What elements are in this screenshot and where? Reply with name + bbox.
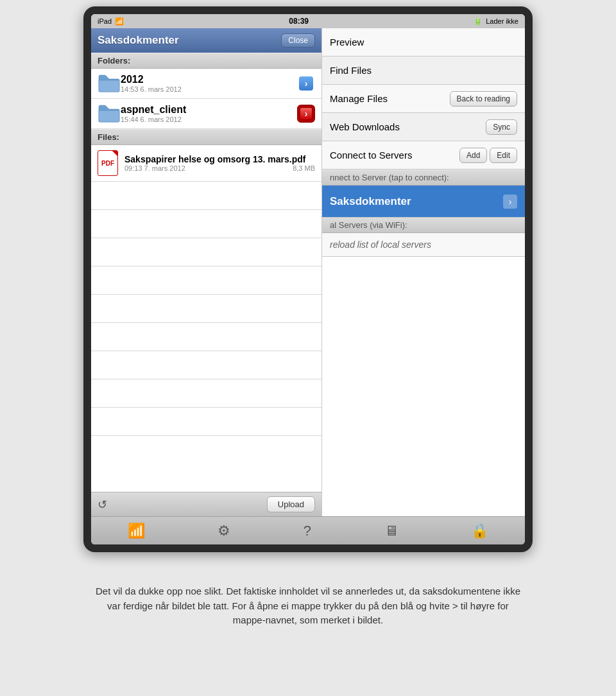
folder-date: 15:44 6. mars 2012 (121, 116, 297, 123)
help-toolbar-icon[interactable]: ? (304, 523, 311, 539)
ipad-frame: iPad 📶 08:39 🔋 Lader ikke Saksdokmenter … (83, 6, 533, 552)
preview-row: Preview (322, 28, 525, 57)
panel-header: Saksdokmenter Close (91, 28, 321, 53)
empty-row (91, 351, 321, 379)
server-item[interactable]: Saksdokmenter › (322, 186, 525, 218)
bottom-text-line2: var ferdige når bildet ble tatt. For å å… (96, 599, 520, 614)
bottom-text-line1: Det vil da dukke opp noe slikt. Det fakt… (96, 584, 520, 599)
left-panel: Saksdokmenter Close Folders: 2012 1 (91, 28, 322, 516)
folders-section-header: Folders: (91, 53, 321, 69)
right-empty-space (322, 257, 525, 516)
ios-toolbar: 📶 ⚙ ? 🖥 🔒 (91, 516, 525, 544)
local-servers-label: al Servers (via WiFi): (330, 220, 407, 230)
bottom-text-line3: mappe-navnet, som merket i bildet. (96, 613, 520, 628)
files-section-header: Files: (91, 129, 321, 145)
folder-item[interactable]: 2012 14:53 6. mars 2012 › (91, 69, 321, 99)
empty-row (91, 408, 321, 436)
server-chevron-icon: › (503, 195, 517, 209)
lock-toolbar-icon[interactable]: 🔒 (471, 523, 488, 539)
web-downloads-row: Web Downloads Sync (322, 113, 525, 141)
gear-toolbar-icon[interactable]: ⚙ (218, 523, 230, 539)
folder-chevron-highlighted[interactable]: › (297, 105, 315, 123)
folder-info: aspnet_client 15:44 6. mars 2012 (121, 104, 297, 123)
file-size: 8,3 MB (293, 164, 315, 172)
bottom-text-block: Det vil da dukke opp noe slikt. Det fakt… (57, 571, 559, 641)
local-servers-section-header: al Servers (via WiFi): (322, 218, 525, 233)
ipad-label: iPad (98, 17, 112, 25)
folder-name: 2012 (121, 74, 297, 85)
display-toolbar-icon[interactable]: 🖥 (384, 523, 398, 539)
folder-chevron[interactable]: › (297, 74, 315, 92)
connect-servers-label: Connect to Servers (330, 150, 457, 161)
server-name: Saksdokmenter (330, 195, 503, 208)
empty-row (91, 182, 321, 210)
sync-button[interactable]: Sync (486, 119, 517, 135)
wifi-toolbar-icon[interactable]: 📶 (128, 523, 145, 539)
folder-item[interactable]: aspnet_client 15:44 6. mars 2012 › (91, 99, 321, 129)
panel-footer: ↺ Upload (91, 492, 321, 516)
empty-row (91, 323, 321, 351)
manage-files-row: Manage Files Back to reading (322, 85, 525, 113)
folder-name: aspnet_client (121, 104, 297, 116)
status-bar: iPad 📶 08:39 🔋 Lader ikke (91, 14, 525, 28)
manage-files-label: Manage Files (330, 93, 447, 104)
right-panel: Preview Find Files Manage Files Back to … (322, 28, 525, 516)
folder-info: 2012 14:53 6. mars 2012 (121, 74, 297, 93)
file-item[interactable]: PDF Sakspapirer helse og omsorg 13. mars… (91, 145, 321, 182)
web-downloads-label: Web Downloads (330, 121, 483, 132)
back-to-reading-button[interactable]: Back to reading (450, 91, 517, 107)
empty-rows (91, 182, 321, 492)
ipad-screen: iPad 📶 08:39 🔋 Lader ikke Saksdokmenter … (91, 14, 525, 544)
folder-icon (98, 104, 121, 123)
preview-label: Preview (330, 37, 517, 48)
wifi-icon: 📶 (115, 17, 124, 26)
refresh-button[interactable]: ↺ (98, 498, 107, 512)
empty-row (91, 295, 321, 323)
empty-row (91, 266, 321, 295)
edit-button[interactable]: Edit (490, 148, 517, 163)
empty-row (91, 238, 321, 266)
empty-row (91, 379, 321, 408)
file-date: 09:13 7. mars 2012 (124, 164, 185, 172)
chevron-icon: › (299, 76, 313, 91)
reload-text: reload list of local servers (330, 239, 431, 250)
upload-button[interactable]: Upload (267, 496, 315, 512)
status-bar-left: iPad 📶 (98, 17, 124, 26)
page-wrapper: iPad 📶 08:39 🔋 Lader ikke Saksdokmenter … (0, 0, 616, 696)
add-button[interactable]: Add (459, 148, 487, 163)
connect-section-header: nnect to Server (tap to connect): (322, 170, 525, 186)
find-files-row: Find Files (322, 57, 525, 85)
connect-servers-row: Connect to Servers Add Edit (322, 141, 525, 170)
status-bar-right: 🔋 Lader ikke (474, 17, 518, 26)
file-name: Sakspapirer helse og omsorg 13. mars.pdf (124, 154, 315, 164)
file-info: Sakspapirer helse og omsorg 13. mars.pdf… (124, 154, 315, 172)
find-files-label: Find Files (330, 65, 517, 76)
folder-date: 14:53 6. mars 2012 (121, 85, 297, 93)
main-content: Saksdokmenter Close Folders: 2012 1 (91, 28, 525, 516)
battery-label: Lader ikke (486, 17, 518, 25)
pdf-icon: PDF (98, 150, 118, 176)
empty-row (91, 210, 321, 238)
chevron-icon-red: › (299, 107, 313, 121)
close-button[interactable]: Close (281, 33, 315, 48)
status-bar-time: 08:39 (289, 17, 309, 26)
connect-section-label: nnect to Server (tap to connect): (330, 173, 449, 182)
folder-icon (98, 74, 121, 93)
reload-link[interactable]: reload list of local servers (322, 233, 525, 257)
panel-title: Saksdokmenter (98, 34, 179, 47)
file-meta: 09:13 7. mars 2012 8,3 MB (124, 164, 315, 172)
charging-icon: 🔋 (474, 17, 483, 26)
